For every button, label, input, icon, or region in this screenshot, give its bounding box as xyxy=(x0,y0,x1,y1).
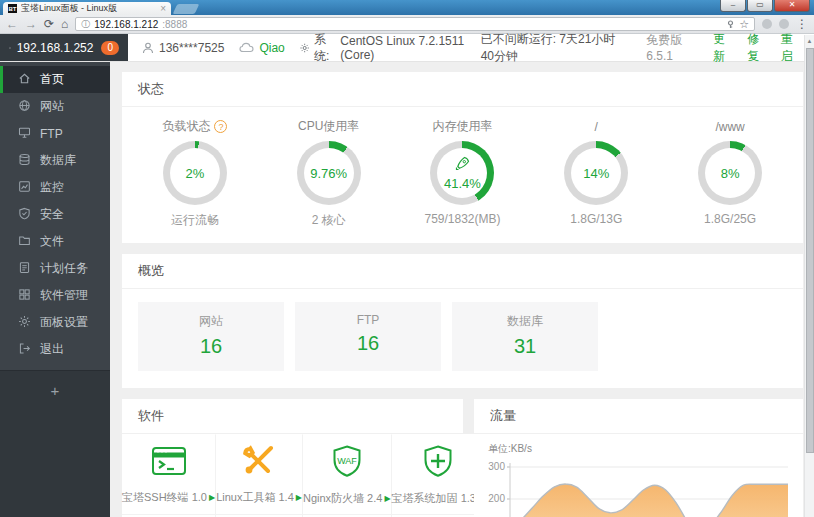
sidebar-item-sites[interactable]: 网站 xyxy=(0,93,110,120)
sidebar-item-label: 面板设置 xyxy=(40,314,88,331)
sidebar-item-soft[interactable]: 软件管理 xyxy=(0,282,110,309)
svg-text:300: 300 xyxy=(488,461,505,472)
server-ip-block[interactable]: 192.168.1.252 0 xyxy=(0,34,128,61)
gear-icon xyxy=(18,315,31,331)
status-gauge: /www 8% 1.8G/25G xyxy=(663,119,797,229)
sidebar-item-database[interactable]: 数据库 xyxy=(0,147,110,174)
overview-card-value: 31 xyxy=(452,335,598,358)
panel-version: 免费版 6.5.1 xyxy=(646,32,698,63)
gauge-sub-label: 1.8G/25G xyxy=(704,212,756,226)
page-info-icon[interactable]: ⓘ xyxy=(81,18,90,31)
software-item[interactable]: 宝塔系统加固 1.3 ▶ xyxy=(392,434,485,514)
sidebar-item-label: 计划任务 xyxy=(40,260,88,277)
extension-icon[interactable] xyxy=(779,19,789,29)
monitor-icon xyxy=(18,180,31,196)
sidebar-add-button[interactable]: + xyxy=(0,371,110,399)
account-username[interactable]: Qiao xyxy=(239,41,284,55)
system-info: 系统: CentOS Linux 7.2.1511 (Core) xyxy=(300,31,466,65)
page-scrollbar[interactable]: ▲ xyxy=(804,35,814,517)
sidebar-item-home[interactable]: 首页 xyxy=(0,66,110,93)
software-item[interactable]: 宝塔SSH终端 1.0 ▶ xyxy=(122,434,216,514)
sidebar-item-label: 退出 xyxy=(40,341,64,358)
browser-tab[interactable]: BT 宝塔Linux面板 - Linux版 × xyxy=(3,2,171,15)
terminal-icon xyxy=(151,445,187,481)
sidebar-item-logout[interactable]: 退出 xyxy=(0,336,110,363)
account-phone[interactable]: 136****7525 xyxy=(142,41,224,55)
shield-plus-icon xyxy=(421,444,455,482)
scrollbar-up-icon[interactable]: ▲ xyxy=(805,35,814,47)
traffic-chart: 单位:KB/s 300200100 xyxy=(474,434,803,517)
extension-icon[interactable] xyxy=(762,19,772,29)
forward-icon[interactable]: → xyxy=(25,18,37,30)
monitor-icon xyxy=(9,42,11,54)
status-gauge: 负载状态 ? 2% 运行流畅 xyxy=(128,119,262,229)
status-gauge: CPU使用率 9.76% 2 核心 xyxy=(262,119,396,229)
software-item[interactable]: WAF Nginx防火墙 2.4 ▶ xyxy=(303,434,392,514)
window-close-button[interactable]: ✕ xyxy=(774,0,810,12)
overview-card-database[interactable]: 数据库 31 xyxy=(452,302,598,371)
software-section: 软件 宝塔SSH终端 1.0 ▶ Linux工具箱 1.4 ▶ WAF Ngin… xyxy=(122,399,463,517)
overview-card-ftp[interactable]: FTP 16 xyxy=(295,302,441,371)
play-icon: ▶ xyxy=(384,494,390,503)
software-item[interactable]: Linux工具箱 1.4 ▶ xyxy=(216,434,303,514)
home-icon[interactable]: ⌂ xyxy=(61,18,68,30)
overview-section-title: 概览 xyxy=(122,254,803,289)
overview-card-label: 数据库 xyxy=(452,313,598,330)
folder-icon xyxy=(18,234,31,250)
server-ip: 192.168.1.252 xyxy=(17,41,94,55)
sidebar-item-cron[interactable]: 计划任务 xyxy=(0,255,110,282)
tab-close-icon[interactable]: × xyxy=(160,4,166,13)
gauge-label: / xyxy=(595,120,598,134)
back-icon[interactable]: ← xyxy=(6,18,18,30)
software-item-label: Nginx防火墙 2.4 xyxy=(303,491,382,506)
chrome-menu-icon[interactable]: ⋮ xyxy=(796,18,808,30)
software-section-title: 软件 xyxy=(122,399,463,434)
baota-favicon-icon: BT xyxy=(8,4,17,13)
svg-text:200: 200 xyxy=(488,493,505,504)
url-port: :8888 xyxy=(162,19,187,30)
tab-title: 宝塔Linux面板 - Linux版 xyxy=(21,2,156,15)
update-link[interactable]: 更新 xyxy=(713,31,732,65)
sidebar-item-security[interactable]: 安全 xyxy=(0,201,110,228)
overview-card-label: 网站 xyxy=(138,313,284,330)
gauge-donut: 41.4% xyxy=(430,141,494,205)
logout-icon xyxy=(18,342,31,358)
help-icon[interactable]: ? xyxy=(214,120,227,133)
traffic-area-chart: 300200100 xyxy=(484,459,790,517)
software-item-label: 宝塔系统加固 1.3 xyxy=(392,491,476,506)
overview-card-sites[interactable]: 网站 16 xyxy=(138,302,284,371)
scrollbar-thumb[interactable] xyxy=(806,48,814,453)
tools-icon xyxy=(242,445,276,481)
gear-icon xyxy=(300,42,309,54)
refresh-icon[interactable]: ⟳ xyxy=(44,18,54,30)
main-content: 状态 负载状态 ? 2% 运行流畅 CPU使用率 9.76% 2 核心 内存使用… xyxy=(110,62,814,517)
bookmark-star-icon[interactable]: ☆ xyxy=(739,18,749,31)
gauge-value: 2% xyxy=(185,166,204,181)
sidebar-item-files[interactable]: 文件 xyxy=(0,228,110,255)
database-icon xyxy=(18,153,31,169)
window-minimize-button[interactable]: – xyxy=(720,0,746,12)
traffic-section-title: 流量 xyxy=(474,399,803,434)
restart-link[interactable]: 重启 xyxy=(781,31,800,65)
new-tab-button[interactable] xyxy=(173,4,200,14)
plugin-key-icon[interactable] xyxy=(726,20,735,29)
gauge-sub-label: 运行流畅 xyxy=(171,212,219,229)
gauge-value: 8% xyxy=(721,166,740,181)
svg-text:WAF: WAF xyxy=(337,456,357,466)
sidebar-item-label: 安全 xyxy=(40,206,64,223)
sidebar-item-monitor[interactable]: 监控 xyxy=(0,174,110,201)
home-icon xyxy=(18,72,31,88)
gauge-donut: 14% xyxy=(564,141,628,205)
traffic-section: 流量 单位:KB/s 300200100 xyxy=(474,399,803,517)
account-phone-label: 136****7525 xyxy=(159,41,224,55)
window-maximize-button[interactable]: ▭ xyxy=(747,0,773,12)
software-item-label: Linux工具箱 1.4 xyxy=(216,490,294,505)
message-count-badge[interactable]: 0 xyxy=(101,41,119,55)
repair-link[interactable]: 修复 xyxy=(747,31,766,65)
sidebar-item-settings[interactable]: 面板设置 xyxy=(0,309,110,336)
sidebar-item-label: 数据库 xyxy=(40,152,76,169)
sidebar-item-ftp[interactable]: FTP xyxy=(0,120,110,147)
gauge-sub-label: 2 核心 xyxy=(312,212,346,229)
waf-shield-icon: WAF xyxy=(330,444,364,482)
url-bar[interactable]: ⓘ 192.168.1.212 :8888 ☆ xyxy=(75,17,755,31)
